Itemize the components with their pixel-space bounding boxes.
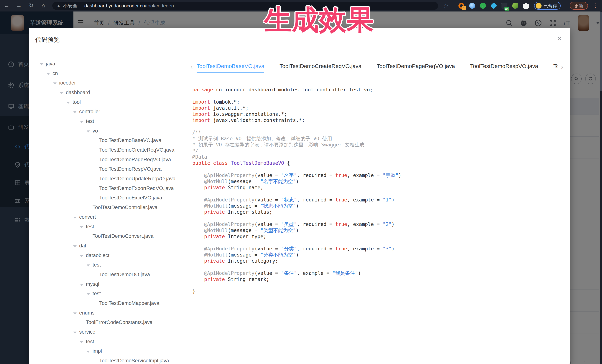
- caret-down-icon[interactable]: [40, 61, 46, 67]
- tree-node-ToolTestDemoPageReqVO.java[interactable]: ToolTestDemoPageReqVO.java: [29, 155, 192, 164]
- caret-down-icon[interactable]: [80, 224, 86, 230]
- tree-node-ToolTestDemoBaseVO.java[interactable]: ToolTestDemoBaseVO.java: [29, 136, 192, 145]
- puzzle-white-icon[interactable]: [522, 2, 530, 10]
- caret-down-icon[interactable]: [80, 339, 86, 344]
- tabs-scroll-left-icon[interactable]: ‹: [191, 63, 193, 70]
- leaf-green-icon[interactable]: [512, 2, 519, 10]
- browser-menu-icon[interactable]: ⋮: [593, 2, 598, 10]
- caret-down-icon[interactable]: [73, 109, 79, 114]
- reload-icon[interactable]: ↻: [27, 1, 35, 10]
- dialog-title: 代码预览: [35, 36, 60, 44]
- tree-node-vo[interactable]: vo: [29, 126, 192, 136]
- tree-node-ToolTestDemoController.java[interactable]: ToolTestDemoController.java: [29, 203, 192, 212]
- code-line: @ApiModelProperty(value = "类型", required…: [192, 221, 565, 227]
- tree-node-test[interactable]: test: [29, 260, 192, 270]
- page-viewport: 芋道管理系统 ☰ 首页/研发工具/代码生成 ? tT 首页系统基础研发代码生成代…: [0, 11, 602, 364]
- tree-node-mysql[interactable]: mysql: [29, 279, 192, 289]
- caret-down-icon[interactable]: [73, 214, 79, 220]
- home-icon[interactable]: ⌂: [39, 1, 47, 10]
- caret-down-icon[interactable]: [80, 281, 86, 287]
- tabs-scroll-right-icon[interactable]: ›: [561, 63, 563, 70]
- file-label: ToolTestDemoBaseVO.java: [99, 137, 161, 143]
- forward-icon[interactable]: →: [15, 1, 23, 10]
- code-line: @ApiModelProperty(value = "分类", required…: [192, 246, 565, 252]
- code-line: private String name;: [192, 184, 565, 190]
- file-label: ToolTestDemoUpdateReqVO.java: [99, 176, 175, 182]
- circle-orange-icon[interactable]: 1: [458, 2, 465, 10]
- folder-label: dal: [79, 243, 86, 249]
- tree-node-enums[interactable]: enums: [29, 308, 192, 318]
- caret-down-icon[interactable]: [53, 80, 59, 86]
- tree-node-cn[interactable]: cn: [29, 69, 192, 78]
- tree-node-test[interactable]: test: [29, 289, 192, 299]
- code-view[interactable]: package cn.iocoder.dashboard.modules.too…: [192, 87, 565, 294]
- tree-node-dashboard[interactable]: dashboard: [29, 88, 192, 97]
- caret-down-icon[interactable]: [80, 252, 86, 258]
- caret-down-icon[interactable]: [67, 99, 73, 105]
- tree-node-dataobject[interactable]: dataobject: [29, 250, 192, 260]
- tree-node-ToolTestDemoCreateReqVO.java[interactable]: ToolTestDemoCreateReqVO.java: [29, 145, 192, 155]
- tree-node-controller[interactable]: controller: [29, 107, 192, 116]
- tree-node-ToolTestDemoDO.java[interactable]: ToolTestDemoDO.java: [29, 270, 192, 279]
- drop-blue-icon[interactable]: [468, 2, 476, 10]
- tab-ToolTestDemoPageReqVO.java[interactable]: ToolTestDemoPageReqVO.java: [377, 61, 455, 73]
- code-line: [192, 93, 565, 99]
- caret-down-icon[interactable]: [86, 348, 93, 354]
- diamond-blue-icon[interactable]: [490, 2, 497, 10]
- code-line: @ApiModelProperty(value = "名字", required…: [192, 172, 565, 178]
- tree-node-java[interactable]: java: [29, 59, 192, 69]
- tab-ToolTestDemoCreateReqVO.java[interactable]: ToolTestDemoCreateReqVO.java: [280, 61, 361, 73]
- caret-down-icon[interactable]: [86, 291, 93, 297]
- folder-label: test: [86, 224, 94, 230]
- tree-node-service[interactable]: service: [29, 327, 192, 337]
- back-icon[interactable]: ←: [3, 1, 11, 10]
- tree-node-ToolTestDemoConvert.java[interactable]: ToolTestDemoConvert.java: [29, 231, 192, 241]
- address-separator: [81, 3, 81, 8]
- tree-node-test[interactable]: test: [29, 337, 192, 346]
- caret-down-icon[interactable]: [86, 262, 93, 268]
- tree-node-ToolErrorCodeConstants.java[interactable]: ToolErrorCodeConstants.java: [29, 318, 192, 327]
- code-line: import io.swagger.annotations.*;: [192, 111, 565, 117]
- security-label: 不安全: [63, 3, 77, 9]
- code-line: @Data: [192, 154, 565, 160]
- tree-node-ToolTestDemoExportReqVO.java[interactable]: ToolTestDemoExportReqVO.java: [29, 184, 192, 193]
- bookmark-star-icon[interactable]: ☆: [443, 2, 449, 9]
- tree-node-test[interactable]: test: [29, 116, 192, 126]
- caret-down-icon[interactable]: [73, 243, 79, 249]
- tree-node-impl[interactable]: impl: [29, 346, 192, 356]
- check-green-icon[interactable]: ✓: [479, 2, 487, 10]
- tree-node-ToolTestDemoUpdateReqVO.java[interactable]: ToolTestDemoUpdateReqVO.java: [29, 174, 192, 184]
- tree-node-ToolTestDemoRespVO.java[interactable]: ToolTestDemoRespVO.java: [29, 164, 192, 174]
- code-line: [192, 239, 565, 246]
- tree-node-iocoder[interactable]: iocoder: [29, 78, 192, 88]
- caret-down-icon[interactable]: [73, 310, 79, 316]
- caret-down-icon[interactable]: [73, 329, 79, 335]
- folder-label: vo: [93, 128, 98, 134]
- scrollbar[interactable]: [600, 11, 602, 364]
- tree-node-convert[interactable]: convert: [29, 212, 192, 222]
- code-line: [192, 123, 565, 129]
- folder-label: test: [86, 339, 94, 344]
- code-line: /**: [192, 129, 565, 135]
- extension-row: 1✓on: [458, 2, 530, 10]
- list-on-icon[interactable]: on: [501, 2, 508, 10]
- tree-node-ToolTestDemoServiceImpl.java[interactable]: ToolTestDemoServiceImpl.java: [29, 356, 192, 364]
- tab-ToolTestDemoBaseVO.java[interactable]: ToolTestDemoBaseVO.java: [197, 61, 264, 73]
- paused-extension-chip[interactable]: 已暂停: [534, 2, 561, 10]
- tree-node-tool[interactable]: tool: [29, 97, 192, 107]
- caret-down-icon[interactable]: [47, 70, 53, 76]
- tab-ToolTe[interactable]: ToolTe: [553, 61, 558, 73]
- tree-node-ToolTestDemoExcelVO.java[interactable]: ToolTestDemoExcelVO.java: [29, 193, 192, 203]
- tree-node-test[interactable]: test: [29, 222, 192, 231]
- browser-update-button[interactable]: 更新: [570, 2, 588, 10]
- caret-down-icon[interactable]: [80, 118, 86, 124]
- file-label: ToolTestDemoPageReqVO.java: [99, 156, 171, 163]
- scrollbar-thumb[interactable]: [600, 11, 602, 91]
- folder-label: dataobject: [86, 252, 109, 258]
- caret-down-icon[interactable]: [86, 128, 93, 134]
- caret-down-icon[interactable]: [60, 90, 66, 95]
- close-icon[interactable]: ×: [555, 34, 564, 43]
- tree-node-ToolTestDemoMapper.java[interactable]: ToolTestDemoMapper.java: [29, 298, 192, 308]
- tree-node-dal[interactable]: dal: [29, 241, 192, 250]
- tab-ToolTestDemoRespVO.java[interactable]: ToolTestDemoRespVO.java: [470, 61, 538, 73]
